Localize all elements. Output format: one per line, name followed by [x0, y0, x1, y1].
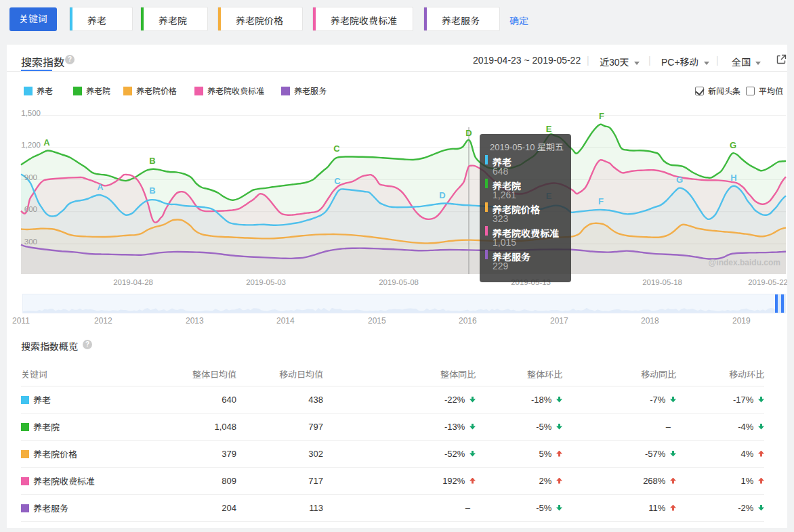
svg-text:B: B — [149, 156, 155, 166]
svg-text:C: C — [333, 143, 340, 154]
svg-text:900: 900 — [24, 173, 37, 181]
svg-text:1,200: 1,200 — [21, 141, 41, 149]
svg-text:G: G — [676, 175, 683, 185]
svg-text:2019-05-08: 2019-05-08 — [379, 278, 419, 286]
svg-text:600: 600 — [24, 205, 37, 213]
svg-text:B: B — [149, 185, 155, 196]
svg-text:F: F — [599, 111, 604, 121]
svg-text:D: D — [439, 190, 445, 200]
svg-text:F: F — [598, 196, 604, 206]
svg-text:@index.baidu.com: @index.baidu.com — [709, 258, 780, 267]
svg-text:2019-04-28: 2019-04-28 — [113, 278, 153, 286]
svg-text:A: A — [97, 182, 104, 192]
svg-text:300: 300 — [24, 238, 37, 246]
svg-text:C: C — [334, 176, 341, 186]
svg-text:A: A — [43, 137, 50, 148]
svg-text:2019-05-18: 2019-05-18 — [642, 278, 682, 286]
svg-text:E: E — [546, 124, 552, 134]
svg-text:1,500: 1,500 — [21, 109, 41, 117]
svg-text:H: H — [730, 173, 736, 183]
svg-text:2019-05-22: 2019-05-22 — [748, 278, 787, 286]
svg-text:D: D — [465, 128, 472, 138]
svg-text:2019-05-03: 2019-05-03 — [246, 278, 286, 286]
svg-text:G: G — [730, 140, 736, 150]
